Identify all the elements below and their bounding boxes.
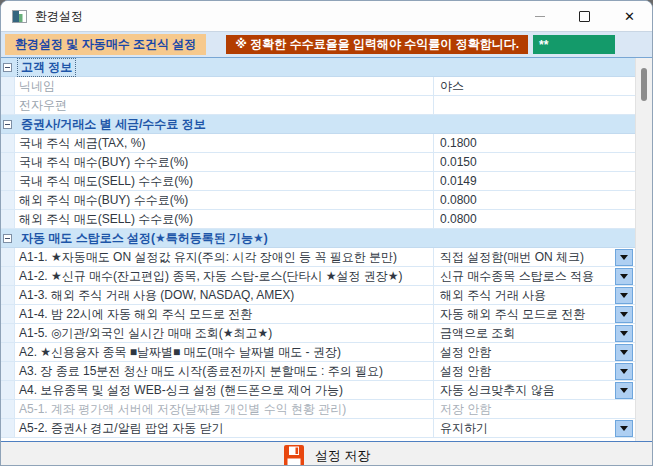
grid-section-row[interactable]: 고객 정보: [1, 58, 636, 77]
row-gutter: [1, 381, 15, 399]
row-label: A5-1. 계좌 평가액 서버에 저장(날짜별 개인별 수익 현황 관리): [15, 401, 433, 418]
grid-item-row[interactable]: 해외 주식 매도(SELL) 수수료(%)0.0800: [1, 210, 636, 229]
dropdown-button[interactable]: [615, 344, 633, 361]
row-label: 전자우편: [15, 97, 433, 114]
row-value-cell[interactable]: 신규 매수종목 스탑로스 적용: [433, 267, 636, 285]
grid-item-row[interactable]: A2. ★신용융자 종목 ■날짜별■ 매도(매수 날짜별 매도 - 권장)설정 …: [1, 343, 636, 362]
row-label: 해외 주식 매수(BUY) 수수료(%): [15, 192, 433, 209]
row-value: 직접 설정함(매번 ON 체크): [440, 249, 615, 266]
row-value-cell[interactable]: 설정 안함: [433, 362, 636, 380]
grid-section-row[interactable]: 증권사/거래소 별 세금/수수료 정보: [1, 115, 636, 134]
row-value-cell[interactable]: 0.0800: [433, 210, 636, 228]
row-label: 국내 주식 매수(BUY) 수수료(%): [15, 154, 433, 171]
collapse-minus-icon[interactable]: [3, 120, 12, 129]
row-label: A5-2. 증권사 경고/알림 팝업 자동 닫기: [15, 420, 433, 437]
grid-item-row[interactable]: A5-2. 증권사 경고/알림 팝업 자동 닫기유지하기: [1, 419, 636, 438]
row-label: A2. ★신용융자 종목 ■날짜별■ 매도(매수 날짜별 매도 - 권장): [15, 344, 433, 361]
grid-section-row[interactable]: 자동 매도 스탑로스 설정(★특허등록된 기능★): [1, 229, 636, 248]
section-label: 자동 매도 스탑로스 설정(★특허등록된 기능★): [18, 230, 271, 247]
status-badge: **: [533, 35, 615, 54]
row-value-cell[interactable]: 야스: [433, 77, 636, 95]
grid-item-row[interactable]: A1-1. ★자동매도 ON 설정값 유지(주의: 시각 장애인 등 꼭 필요한…: [1, 248, 636, 267]
minimize-button[interactable]: [517, 1, 562, 31]
vertical-scrollbar[interactable]: [635, 58, 652, 441]
dropdown-button[interactable]: [615, 382, 633, 399]
grid-item-row[interactable]: 닉네임야스: [1, 77, 636, 96]
row-value-cell[interactable]: 0.0149: [433, 172, 636, 190]
scrollbar-thumb[interactable]: [641, 68, 647, 101]
row-gutter: [1, 419, 15, 437]
row-value: 0.0800: [440, 212, 636, 226]
row-value: 야스: [440, 78, 636, 95]
row-value-cell[interactable]: 0.0800: [433, 191, 636, 209]
tab-settings[interactable]: 환경설정 및 자동매수 조건식 설정: [5, 34, 206, 55]
close-icon: ✕: [624, 10, 635, 23]
row-value: 0.0800: [440, 193, 636, 207]
row-value-cell[interactable]: [433, 96, 636, 114]
row-value-cell[interactable]: 금액으로 조회: [433, 324, 636, 342]
row-value: 유지하기: [440, 420, 615, 437]
row-value: 0.1800: [440, 136, 636, 150]
maximize-button[interactable]: [562, 1, 607, 31]
row-value-cell[interactable]: 0.0150: [433, 153, 636, 171]
row-value-cell[interactable]: 직접 설정함(매번 ON 체크): [433, 248, 636, 266]
row-value-cell[interactable]: 유지하기: [433, 419, 636, 437]
row-value: 0.0150: [440, 155, 636, 169]
row-label: 국내 주식 세금(TAX, %): [15, 135, 433, 152]
dropdown-button[interactable]: [615, 363, 633, 380]
row-gutter: [1, 134, 15, 152]
section-label: 고객 정보: [18, 59, 75, 76]
titlebar: 환경설정 ✕: [1, 1, 652, 31]
row-gutter: [1, 77, 15, 95]
dropdown-button[interactable]: [615, 306, 633, 323]
row-value-cell[interactable]: 해외 주식 거래 사용: [433, 286, 636, 304]
row-value: 자동 싱크맞추지 않음: [440, 382, 615, 399]
grid-item-row[interactable]: 전자우편: [1, 96, 636, 115]
row-value-cell[interactable]: 0.1800: [433, 134, 636, 152]
row-gutter: [1, 58, 14, 76]
grid-item-row[interactable]: A3. 장 종료 15분전 청산 매도 시작(종료전까지 분할매도 : 주의 필…: [1, 362, 636, 381]
grid-item-row[interactable]: A1-2. ★신규 매수(잔고편입) 종목, 자동 스탑-로스(단타시 ★설정 …: [1, 267, 636, 286]
chevron-down-icon: [620, 255, 628, 260]
dropdown-button[interactable]: [615, 249, 633, 266]
row-label: A1-4. 밤 22시에 자동 해외 주식 모드로 전환: [15, 306, 433, 323]
row-gutter: [1, 343, 15, 361]
grid-item-row[interactable]: A5-1. 계좌 평가액 서버에 저장(날짜별 개인별 수익 현황 관리)저장 …: [1, 400, 636, 419]
chevron-down-icon: [620, 293, 628, 298]
grid-item-row[interactable]: A1-4. 밤 22시에 자동 해외 주식 모드로 전환자동 해외 주식 모드로…: [1, 305, 636, 324]
row-gutter: [1, 400, 15, 418]
row-value: 자동 해외 주식 모드로 전환: [440, 306, 615, 323]
grid-item-row[interactable]: A1-3. 해외 주식 거래 사용 (DOW, NASDAQ, AMEX)해외 …: [1, 286, 636, 305]
dropdown-button[interactable]: [615, 325, 633, 342]
grid-item-row[interactable]: A4. 보유종목 및 설정 WEB-싱크 설정 (핸드폰으로 제어 가능)자동 …: [1, 381, 636, 400]
grid-item-row[interactable]: 국내 주식 세금(TAX, %)0.1800: [1, 134, 636, 153]
grid-item-row[interactable]: 국내 주식 매수(BUY) 수수료(%)0.0150: [1, 153, 636, 172]
row-label: A1-5. ◎기관/외국인 실시간 매매 조회(★최고★): [15, 325, 433, 342]
row-value: 저장 안함: [440, 401, 636, 418]
grid-rows: 고객 정보닉네임야스전자우편증권사/거래소 별 세금/수수료 정보국내 주식 세…: [1, 58, 636, 441]
chevron-down-icon: [620, 274, 628, 279]
row-label: 닉네임: [15, 78, 433, 95]
maximize-icon: [579, 11, 590, 22]
row-value-cell[interactable]: 자동 싱크맞추지 않음: [433, 381, 636, 399]
grid-item-row[interactable]: 국내 주식 매도(SELL) 수수료(%)0.0149: [1, 172, 636, 191]
dropdown-button[interactable]: [615, 268, 633, 285]
grid-item-row[interactable]: 해외 주식 매수(BUY) 수수료(%)0.0800: [1, 191, 636, 210]
chevron-down-icon: [620, 350, 628, 355]
row-value: 해외 주식 거래 사용: [440, 287, 615, 304]
collapse-minus-icon[interactable]: [3, 63, 12, 72]
row-value-cell[interactable]: 자동 해외 주식 모드로 전환: [433, 305, 636, 323]
grid-item-row[interactable]: A1-5. ◎기관/외국인 실시간 매매 조회(★최고★)금액으로 조회: [1, 324, 636, 343]
row-value-cell[interactable]: 설정 안함: [433, 343, 636, 361]
row-value-cell: 저장 안함: [433, 400, 636, 418]
row-gutter: [1, 305, 15, 323]
close-button[interactable]: ✕: [607, 1, 652, 31]
row-gutter: [1, 362, 15, 380]
dropdown-button[interactable]: [615, 420, 633, 437]
chevron-down-icon: [620, 426, 628, 431]
save-settings-button[interactable]: 설정 저장: [315, 447, 371, 465]
collapse-minus-icon[interactable]: [3, 234, 12, 243]
save-icon: [283, 444, 305, 466]
row-value: 설정 안함: [440, 363, 615, 380]
dropdown-button[interactable]: [615, 287, 633, 304]
